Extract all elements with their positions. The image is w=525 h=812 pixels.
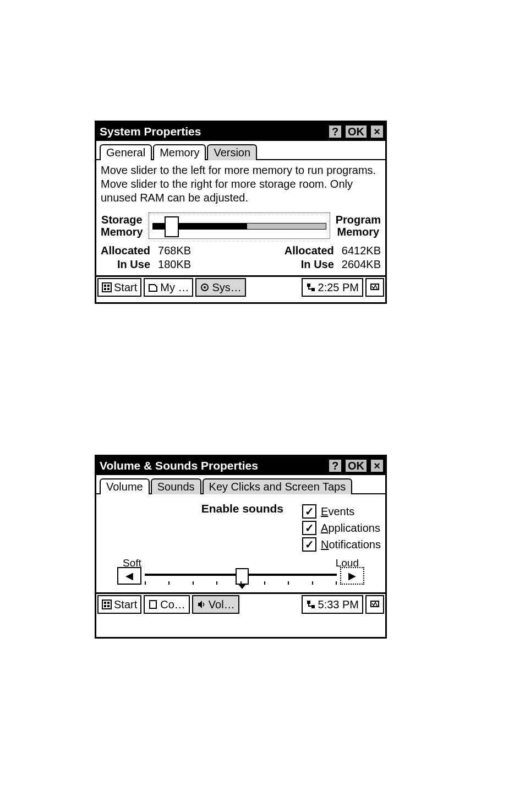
tab-version[interactable]: Version (207, 144, 257, 160)
network-icon (306, 600, 316, 609)
program-memory-label: ProgramMemory (336, 214, 381, 238)
close-button[interactable]: × (370, 459, 384, 473)
svg-rect-8 (311, 288, 315, 291)
taskbar-sys[interactable]: Sys… (195, 278, 245, 297)
tabstrip: General Memory Version (96, 141, 385, 160)
volume-up-button[interactable]: ▶ (340, 567, 364, 585)
desktop-icon (370, 600, 380, 609)
taskbar-vol[interactable]: Vol… (192, 595, 239, 614)
window-title: System Properties (96, 125, 327, 138)
tab-general[interactable]: General (100, 144, 152, 160)
storage-allocated-value: 768KB (158, 244, 191, 257)
start-icon (102, 282, 112, 292)
network-icon (306, 282, 316, 292)
tabstrip: Volume Sounds Key Clicks and Screen Taps (96, 475, 385, 494)
notifications-label: Notifications (321, 538, 381, 551)
svg-rect-15 (150, 601, 156, 608)
svg-rect-2 (107, 285, 110, 287)
storage-allocated-label: Allocated (101, 244, 150, 257)
svg-rect-16 (307, 601, 310, 604)
volume-tab-content: Enable sounds ✓ Events ✓ Applications ✓ … (96, 493, 385, 592)
svg-rect-12 (107, 602, 110, 604)
program-inuse-value: 2604KB (342, 258, 381, 271)
document-icon (148, 600, 158, 609)
show-desktop-button[interactable] (365, 595, 384, 614)
taskbar-co[interactable]: Co… (144, 595, 190, 614)
ok-button[interactable]: OK (344, 124, 368, 139)
svg-rect-7 (307, 284, 310, 287)
taskbar-sys-label: Sys… (212, 281, 241, 294)
memory-description: Move slider to the left for more memory … (101, 164, 381, 205)
clock: 2:25 PM (318, 281, 359, 294)
svg-rect-10 (102, 600, 111, 609)
storage-inuse-value: 180KB (158, 258, 191, 271)
volume-sounds-window: Volume & Sounds Properties ? OK × Volume… (95, 455, 387, 639)
taskbar-my-label: My … (160, 281, 189, 294)
checkbox-notifications[interactable]: ✓ (302, 537, 316, 552)
svg-rect-13 (104, 605, 106, 607)
start-label: Start (114, 281, 137, 294)
tab-memory[interactable]: Memory (153, 144, 206, 160)
enable-sounds-label: Enable sounds (101, 502, 289, 515)
tab-volume[interactable]: Volume (100, 478, 150, 494)
start-icon (102, 600, 112, 609)
program-allocated-value: 6412KB (342, 244, 381, 257)
desktop-icon (370, 282, 380, 292)
document-icon (148, 282, 158, 292)
storage-memory-label: StorageMemory (101, 214, 143, 238)
help-button[interactable]: ? (328, 124, 342, 139)
svg-rect-1 (104, 285, 106, 287)
titlebar: Volume & Sounds Properties ? OK × (96, 456, 385, 475)
checkbox-applications[interactable]: ✓ (302, 521, 316, 535)
memory-slider[interactable] (149, 212, 330, 239)
system-tray[interactable]: 5:33 PM (302, 595, 363, 614)
memory-tab-content: Move slider to the left for more memory … (96, 159, 385, 275)
start-label: Start (114, 598, 137, 611)
taskbar-co-label: Co… (160, 598, 185, 611)
clock: 5:33 PM (318, 598, 359, 611)
taskbar-vol-label: Vol… (209, 598, 235, 611)
events-label: Events (321, 505, 354, 518)
taskbar: Start Co… Vol… 5:33 PM (96, 592, 385, 615)
svg-rect-0 (102, 283, 111, 292)
taskbar: Start My … Sys… 2:25 PM (96, 275, 385, 298)
taskbar-my[interactable]: My … (144, 278, 193, 297)
volume-slider[interactable]: Soft Loud ◀ ▶ (117, 557, 364, 588)
checkbox-events[interactable]: ✓ (302, 504, 316, 519)
applications-label: Applications (321, 522, 380, 535)
ok-button[interactable]: OK (344, 459, 368, 473)
svg-rect-14 (107, 605, 110, 607)
start-button[interactable]: Start (97, 278, 141, 297)
system-tray[interactable]: 2:25 PM (302, 278, 363, 297)
system-properties-window: System Properties ? OK × General Memory … (95, 121, 387, 304)
volume-down-button[interactable]: ◀ (117, 567, 141, 585)
close-button[interactable]: × (370, 124, 384, 139)
start-button[interactable]: Start (97, 595, 141, 614)
gear-icon (200, 282, 210, 292)
titlebar: System Properties ? OK × (96, 122, 385, 141)
tab-sounds[interactable]: Sounds (151, 478, 201, 494)
svg-rect-11 (104, 602, 106, 604)
speaker-icon (196, 600, 206, 609)
svg-rect-17 (311, 605, 315, 608)
program-allocated-label: Allocated (285, 244, 334, 257)
svg-rect-4 (107, 288, 110, 290)
program-inuse-label: In Use (285, 258, 334, 271)
window-title: Volume & Sounds Properties (96, 459, 327, 472)
storage-inuse-label: In Use (101, 258, 150, 271)
help-button[interactable]: ? (328, 459, 342, 473)
slider-thumb[interactable] (165, 216, 179, 237)
tab-keyclicks[interactable]: Key Clicks and Screen Taps (203, 478, 353, 494)
svg-rect-3 (104, 288, 106, 290)
svg-point-6 (204, 286, 206, 288)
show-desktop-button[interactable] (365, 278, 384, 297)
